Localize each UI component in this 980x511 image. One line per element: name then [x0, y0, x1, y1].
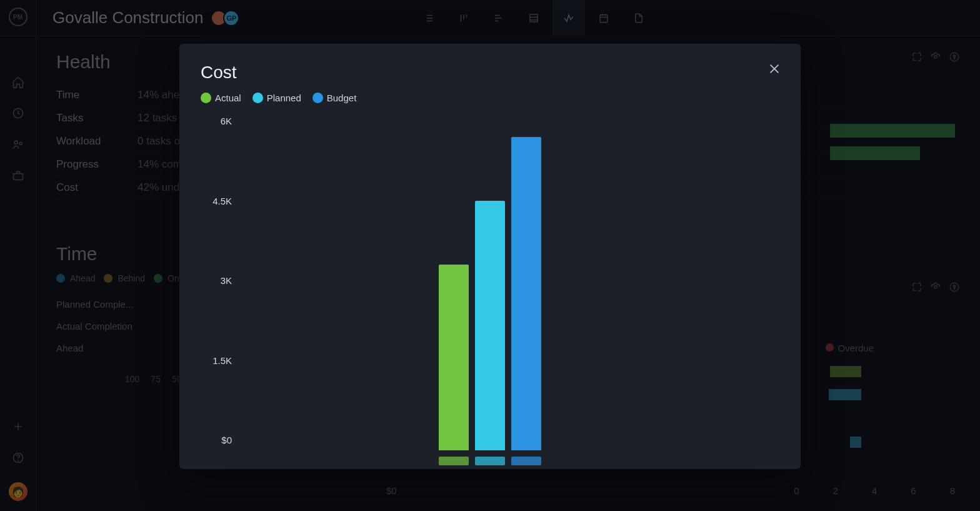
chart-area: 6K4.5K3K1.5K$0 — [201, 131, 779, 450]
bar-reflection — [475, 457, 505, 465]
bar-planned[interactable] — [475, 201, 505, 451]
bar-reflection — [439, 457, 469, 465]
cost-modal: Cost ActualPlannedBudget 6K4.5K3K1.5K$0 — [179, 44, 801, 469]
y-tick: 3K — [201, 275, 232, 286]
y-tick: 6K — [201, 116, 232, 126]
legend-item: Budget — [312, 93, 357, 103]
chart-legend: ActualPlannedBudget — [201, 93, 779, 103]
chart-bars — [439, 131, 541, 450]
legend-item: Actual — [201, 93, 241, 103]
y-tick: $0 — [201, 435, 232, 445]
y-tick: 4.5K — [201, 195, 232, 206]
legend-item: Planned — [252, 93, 301, 103]
bar-actual[interactable] — [439, 265, 469, 451]
modal-title: Cost — [201, 63, 779, 83]
bar-budget[interactable] — [511, 137, 541, 451]
close-button[interactable] — [766, 60, 783, 78]
y-tick: 1.5K — [201, 355, 232, 365]
chart-bars-reflection — [439, 457, 541, 465]
bar-reflection — [511, 457, 541, 465]
